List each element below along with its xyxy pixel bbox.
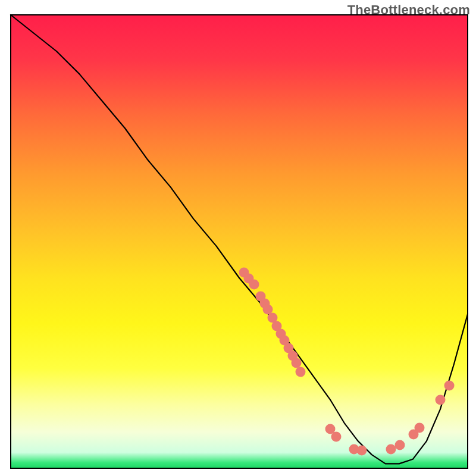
data-point <box>444 381 455 391</box>
data-point <box>395 440 405 450</box>
data-point <box>292 358 302 368</box>
data-point <box>415 423 425 433</box>
chart-svg <box>0 0 476 476</box>
data-point <box>249 280 259 290</box>
data-point <box>296 367 306 377</box>
data-point <box>357 446 367 456</box>
data-point <box>331 432 342 442</box>
data-point <box>386 444 396 455</box>
data-point <box>436 395 446 405</box>
gradient-panel <box>11 15 468 468</box>
chart-stage: TheBottleneck.com <box>0 0 476 476</box>
watermark-label: TheBottleneck.com <box>347 2 470 18</box>
